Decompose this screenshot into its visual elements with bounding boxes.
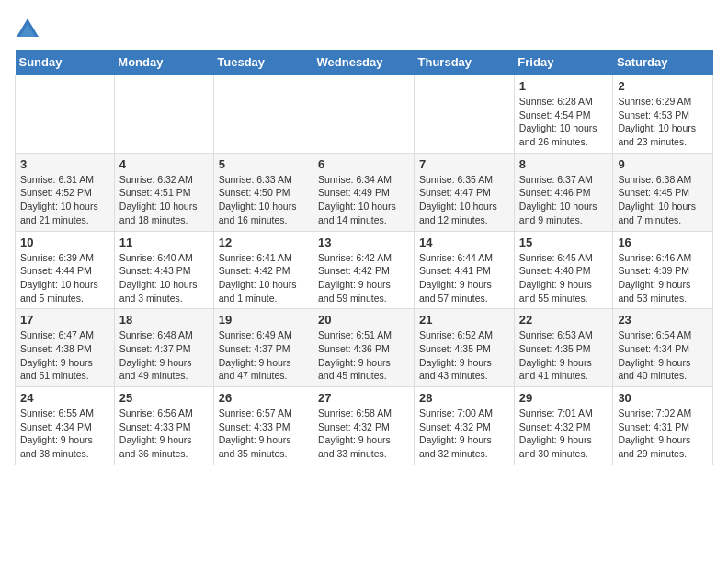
calendar-body: 1Sunrise: 6:28 AM Sunset: 4:54 PM Daylig… — [16, 75, 713, 465]
day-info: Sunrise: 6:33 AM Sunset: 4:50 PM Dayligh… — [219, 173, 308, 227]
day-number: 2 — [618, 79, 708, 93]
calendar-cell: 27Sunrise: 6:58 AM Sunset: 4:32 PM Dayli… — [313, 387, 415, 465]
col-header-saturday: Saturday — [613, 50, 713, 75]
day-number: 7 — [419, 157, 509, 171]
day-info: Sunrise: 6:45 AM Sunset: 4:40 PM Dayligh… — [519, 251, 609, 305]
day-number: 18 — [119, 313, 209, 327]
day-number: 16 — [618, 236, 708, 249]
day-number: 30 — [618, 391, 708, 405]
week-row-3: 10Sunrise: 6:39 AM Sunset: 4:44 PM Dayli… — [16, 231, 713, 309]
calendar-header: SundayMondayTuesdayWednesdayThursdayFrid… — [16, 50, 713, 75]
week-row-4: 17Sunrise: 6:47 AM Sunset: 4:38 PM Dayli… — [16, 309, 713, 387]
day-info: Sunrise: 6:44 AM Sunset: 4:41 PM Dayligh… — [419, 251, 509, 305]
day-info: Sunrise: 6:41 AM Sunset: 4:42 PM Dayligh… — [219, 251, 308, 305]
day-number: 4 — [119, 157, 209, 171]
week-row-5: 24Sunrise: 6:55 AM Sunset: 4:34 PM Dayli… — [16, 387, 713, 465]
logo-icon — [15, 15, 40, 40]
day-number: 17 — [20, 313, 109, 327]
calendar-cell: 16Sunrise: 6:46 AM Sunset: 4:39 PM Dayli… — [613, 231, 713, 309]
day-info: Sunrise: 6:37 AM Sunset: 4:46 PM Dayligh… — [519, 173, 609, 227]
day-number: 13 — [318, 236, 409, 249]
day-info: Sunrise: 6:28 AM Sunset: 4:54 PM Dayligh… — [519, 95, 609, 149]
day-number: 29 — [519, 391, 609, 405]
day-number: 27 — [318, 391, 409, 405]
col-header-sunday: Sunday — [16, 50, 115, 75]
calendar-cell: 1Sunrise: 6:28 AM Sunset: 4:54 PM Daylig… — [514, 75, 613, 154]
day-info: Sunrise: 7:02 AM Sunset: 4:31 PM Dayligh… — [618, 407, 708, 461]
day-info: Sunrise: 6:38 AM Sunset: 4:45 PM Dayligh… — [618, 173, 708, 227]
day-info: Sunrise: 6:40 AM Sunset: 4:43 PM Dayligh… — [119, 251, 209, 305]
calendar-cell — [16, 75, 115, 154]
day-info: Sunrise: 7:01 AM Sunset: 4:32 PM Dayligh… — [519, 407, 609, 461]
calendar-cell: 17Sunrise: 6:47 AM Sunset: 4:38 PM Dayli… — [16, 309, 115, 387]
day-info: Sunrise: 6:46 AM Sunset: 4:39 PM Dayligh… — [618, 251, 708, 305]
calendar-cell: 3Sunrise: 6:31 AM Sunset: 4:52 PM Daylig… — [16, 153, 115, 231]
day-number: 26 — [219, 391, 308, 405]
col-header-monday: Monday — [114, 50, 213, 75]
day-number: 24 — [20, 391, 109, 405]
calendar-cell: 9Sunrise: 6:38 AM Sunset: 4:45 PM Daylig… — [613, 153, 713, 231]
calendar-cell: 23Sunrise: 6:54 AM Sunset: 4:34 PM Dayli… — [613, 309, 713, 387]
day-number: 19 — [219, 313, 308, 327]
day-number: 12 — [219, 236, 308, 249]
day-number: 9 — [618, 157, 708, 171]
day-info: Sunrise: 6:55 AM Sunset: 4:34 PM Dayligh… — [20, 407, 109, 461]
day-number: 15 — [519, 236, 609, 249]
day-info: Sunrise: 6:53 AM Sunset: 4:35 PM Dayligh… — [519, 328, 609, 383]
calendar-cell: 30Sunrise: 7:02 AM Sunset: 4:31 PM Dayli… — [613, 387, 713, 465]
calendar-cell: 6Sunrise: 6:34 AM Sunset: 4:49 PM Daylig… — [313, 153, 415, 231]
calendar-cell: 12Sunrise: 6:41 AM Sunset: 4:42 PM Dayli… — [213, 231, 313, 309]
day-number: 5 — [219, 157, 308, 171]
calendar-cell: 7Sunrise: 6:35 AM Sunset: 4:47 PM Daylig… — [415, 153, 515, 231]
calendar-cell — [415, 75, 515, 154]
day-number: 22 — [519, 313, 609, 327]
day-number: 1 — [519, 79, 609, 93]
day-info: Sunrise: 6:29 AM Sunset: 4:53 PM Dayligh… — [618, 95, 708, 149]
calendar-cell: 2Sunrise: 6:29 AM Sunset: 4:53 PM Daylig… — [613, 75, 713, 154]
col-header-tuesday: Tuesday — [213, 50, 313, 75]
calendar-cell: 24Sunrise: 6:55 AM Sunset: 4:34 PM Dayli… — [16, 387, 115, 465]
week-row-1: 1Sunrise: 6:28 AM Sunset: 4:54 PM Daylig… — [16, 75, 713, 154]
day-info: Sunrise: 6:48 AM Sunset: 4:37 PM Dayligh… — [119, 328, 209, 383]
day-number: 14 — [419, 236, 509, 249]
day-info: Sunrise: 6:56 AM Sunset: 4:33 PM Dayligh… — [119, 407, 209, 461]
calendar-cell: 18Sunrise: 6:48 AM Sunset: 4:37 PM Dayli… — [114, 309, 213, 387]
calendar-cell: 25Sunrise: 6:56 AM Sunset: 4:33 PM Dayli… — [114, 387, 213, 465]
day-info: Sunrise: 6:31 AM Sunset: 4:52 PM Dayligh… — [20, 173, 109, 227]
calendar-cell: 5Sunrise: 6:33 AM Sunset: 4:50 PM Daylig… — [213, 153, 313, 231]
day-info: Sunrise: 6:57 AM Sunset: 4:33 PM Dayligh… — [219, 407, 308, 461]
day-number: 20 — [318, 313, 409, 327]
calendar-cell: 13Sunrise: 6:42 AM Sunset: 4:42 PM Dayli… — [313, 231, 415, 309]
calendar-cell — [114, 75, 213, 154]
header-row: SundayMondayTuesdayWednesdayThursdayFrid… — [16, 50, 713, 75]
day-number: 6 — [318, 157, 409, 171]
calendar-cell: 29Sunrise: 7:01 AM Sunset: 4:32 PM Dayli… — [514, 387, 613, 465]
calendar-cell — [213, 75, 313, 154]
calendar-cell: 10Sunrise: 6:39 AM Sunset: 4:44 PM Dayli… — [16, 231, 115, 309]
day-info: Sunrise: 6:32 AM Sunset: 4:51 PM Dayligh… — [119, 173, 209, 227]
day-info: Sunrise: 6:49 AM Sunset: 4:37 PM Dayligh… — [219, 328, 308, 383]
day-info: Sunrise: 6:51 AM Sunset: 4:36 PM Dayligh… — [318, 328, 409, 383]
day-number: 25 — [119, 391, 209, 405]
calendar-cell: 19Sunrise: 6:49 AM Sunset: 4:37 PM Dayli… — [213, 309, 313, 387]
day-number: 8 — [519, 157, 609, 171]
col-header-friday: Friday — [514, 50, 613, 75]
day-number: 21 — [419, 313, 509, 327]
day-number: 28 — [419, 391, 509, 405]
calendar-table: SundayMondayTuesdayWednesdayThursdayFrid… — [15, 50, 713, 465]
col-header-wednesday: Wednesday — [313, 50, 415, 75]
day-info: Sunrise: 6:39 AM Sunset: 4:44 PM Dayligh… — [20, 251, 109, 305]
day-number: 23 — [618, 313, 708, 327]
day-info: Sunrise: 6:47 AM Sunset: 4:38 PM Dayligh… — [20, 328, 109, 383]
calendar-cell — [313, 75, 415, 154]
day-number: 11 — [119, 236, 209, 249]
calendar-cell: 20Sunrise: 6:51 AM Sunset: 4:36 PM Dayli… — [313, 309, 415, 387]
day-info: Sunrise: 6:42 AM Sunset: 4:42 PM Dayligh… — [318, 251, 409, 305]
logo — [15, 15, 44, 40]
day-info: Sunrise: 6:35 AM Sunset: 4:47 PM Dayligh… — [419, 173, 509, 227]
calendar-cell: 11Sunrise: 6:40 AM Sunset: 4:43 PM Dayli… — [114, 231, 213, 309]
day-info: Sunrise: 6:34 AM Sunset: 4:49 PM Dayligh… — [318, 173, 409, 227]
day-info: Sunrise: 6:52 AM Sunset: 4:35 PM Dayligh… — [419, 328, 509, 383]
day-info: Sunrise: 7:00 AM Sunset: 4:32 PM Dayligh… — [419, 407, 509, 461]
calendar-cell: 14Sunrise: 6:44 AM Sunset: 4:41 PM Dayli… — [415, 231, 515, 309]
